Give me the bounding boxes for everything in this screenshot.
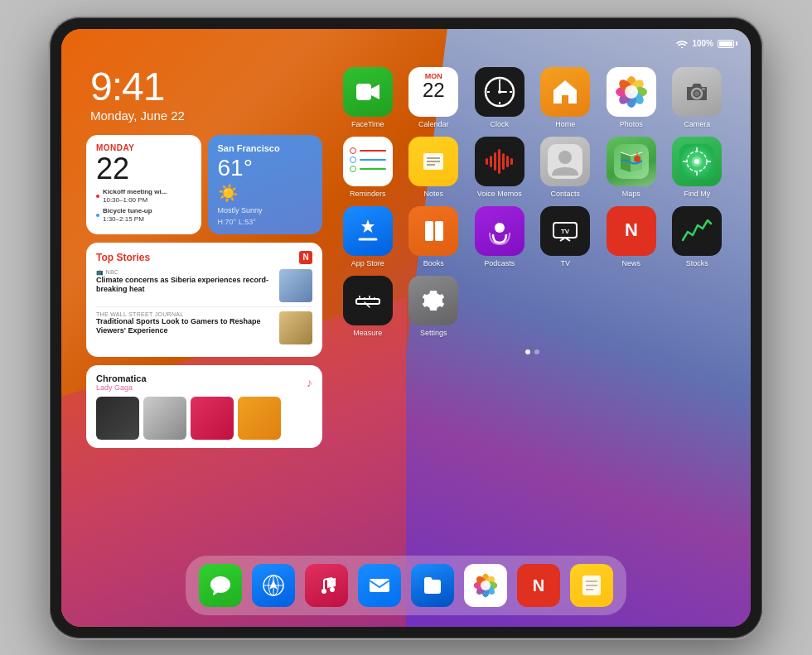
appstore-icon — [343, 206, 393, 256]
app-contacts[interactable]: Contacts — [537, 137, 595, 198]
ipad-frame: 100% 9:41 Monday, June 22 — [50, 17, 762, 638]
facetime-label: FaceTime — [351, 120, 384, 128]
music-widget[interactable]: Chromatica Lady Gaga ♪ — [86, 365, 322, 448]
app-stocks[interactable]: Stocks — [669, 206, 727, 267]
news-item-2: THE WALL STREET JOURNAL Traditional Spor… — [96, 311, 312, 349]
podcasts-icon — [475, 206, 524, 256]
calendar-event-2: Bicycle tune-up 1:30–2:15 PM — [96, 207, 191, 224]
findmy-label: Find My — [684, 190, 710, 198]
page-dot-2 — [534, 349, 539, 354]
voicememos-icon — [475, 137, 524, 186]
calendar-icon: MON 22 — [408, 67, 458, 117]
calendar-event-1: Kickoff meeting wi... 10:30–1:00 PM — [96, 188, 191, 205]
app-settings[interactable]: Settings — [405, 276, 463, 337]
settings-label: Settings — [420, 329, 447, 337]
event-2-time: 1:30–2:15 PM — [103, 215, 152, 224]
news-source-1: 📺 NBC — [96, 269, 274, 276]
weather-widget[interactable]: San Francisco 61° ☀️ Mostly Sunny H:70° … — [208, 135, 323, 234]
notes-label: Notes — [423, 190, 443, 198]
widgets-row: MONDAY 22 Kickoff meeting wi... 10:30–1:… — [86, 135, 322, 234]
app-reminders[interactable]: Reminders — [339, 137, 397, 198]
dock-mail[interactable] — [358, 564, 401, 607]
news-headline-1: Climate concerns as Siberia experiences … — [96, 276, 274, 295]
svg-rect-39 — [425, 221, 433, 241]
contacts-label: Contacts — [550, 190, 580, 198]
tv-icon: TV — [540, 206, 590, 256]
dock-news-icon[interactable]: N — [517, 564, 560, 607]
album-art-4 — [238, 397, 281, 440]
dock-notes-icon[interactable] — [570, 564, 613, 607]
news-app-icon: N — [607, 206, 656, 256]
app-home[interactable]: Home — [537, 67, 595, 128]
svg-rect-21 — [702, 88, 705, 90]
svg-point-69 — [481, 580, 491, 590]
calendar-events: Kickoff meeting wi... 10:30–1:00 PM Bicy… — [96, 188, 191, 224]
news-header: Top Stories N — [96, 251, 312, 264]
app-measure[interactable]: Measure — [339, 276, 397, 337]
app-voicememos[interactable]: Voice Memos — [471, 137, 529, 198]
news-logo-icon: N — [299, 251, 312, 264]
music-note-icon: ♪ — [307, 376, 312, 389]
date-text: Monday, June 22 — [90, 108, 318, 123]
home-icon — [540, 67, 590, 117]
home-label: Home — [555, 120, 575, 128]
dock-photos[interactable] — [464, 564, 507, 607]
app-podcasts[interactable]: Podcasts — [471, 206, 529, 267]
svg-point-29 — [634, 156, 640, 162]
dock-files[interactable] — [411, 564, 454, 607]
dock-safari[interactable] — [252, 564, 295, 607]
screen: 100% 9:41 Monday, June 22 — [61, 29, 751, 627]
camera-label: Camera — [684, 120, 710, 128]
clock-icon — [475, 67, 524, 117]
right-panel: FaceTime MON 22 Calendar — [339, 59, 726, 610]
reminders-label: Reminders — [350, 190, 386, 198]
app-camera[interactable]: Camera — [669, 67, 727, 128]
app-maps[interactable]: Maps — [602, 137, 660, 198]
app-facetime[interactable]: FaceTime — [339, 67, 397, 128]
app-calendar[interactable]: MON 22 Calendar — [405, 67, 463, 128]
app-grid-row4: Measure Settings — [339, 276, 726, 337]
battery-percent: 100% — [692, 39, 713, 48]
appstore-label: App Store — [351, 259, 384, 267]
dock-messages[interactable] — [199, 564, 242, 607]
svg-rect-60 — [370, 579, 389, 592]
app-appstore[interactable]: App Store — [339, 206, 397, 267]
calendar-widget[interactable]: MONDAY 22 Kickoff meeting wi... 10:30–1:… — [86, 135, 201, 234]
album-art-2 — [143, 397, 186, 440]
clock-label: Clock — [490, 120, 509, 128]
page-dot-1 — [525, 349, 530, 354]
time-text: 9:41 — [90, 67, 318, 107]
measure-icon — [343, 276, 393, 325]
event-1-title: Kickoff meeting wi... — [103, 188, 167, 196]
news-source-2: THE WALL STREET JOURNAL — [96, 311, 274, 317]
music-album-title: Chromatica — [96, 373, 147, 383]
calendar-label: Calendar — [418, 120, 449, 128]
contacts-icon — [540, 137, 590, 186]
app-photos[interactable]: Photos — [602, 67, 660, 128]
news-thumb-2 — [279, 311, 312, 344]
svg-point-18 — [625, 85, 638, 99]
svg-point-20 — [694, 91, 699, 96]
event-2-title: Bicycle tune-up — [103, 207, 152, 215]
app-clock[interactable]: Clock — [471, 67, 529, 128]
notes-icon — [408, 137, 458, 186]
app-grid-row3: App Store Books — [339, 206, 726, 267]
news-headline-2: Traditional Sports Look to Gamers to Res… — [96, 317, 274, 336]
weather-hi-lo: H:70° L:53° — [218, 218, 313, 226]
reminders-icon — [343, 137, 393, 186]
books-label: Books — [423, 259, 444, 267]
svg-text:TV: TV — [561, 228, 570, 235]
photos-icon — [607, 67, 656, 117]
app-news[interactable]: N News — [602, 206, 660, 267]
event-dot-2 — [96, 214, 99, 217]
home-content: 9:41 Monday, June 22 MONDAY 22 Kicko — [61, 29, 751, 627]
app-tv[interactable]: TV TV — [537, 206, 595, 267]
weather-condition: Mostly Sunny — [218, 206, 313, 214]
dock-music[interactable] — [305, 564, 348, 607]
music-albums — [96, 397, 312, 440]
app-books[interactable]: Books — [405, 206, 463, 267]
news-widget[interactable]: Top Stories N 📺 NBC Climate concerns as … — [86, 243, 322, 357]
app-findmy[interactable]: Find My — [669, 137, 727, 198]
camera-icon — [672, 67, 722, 117]
app-notes[interactable]: Notes — [405, 137, 463, 198]
